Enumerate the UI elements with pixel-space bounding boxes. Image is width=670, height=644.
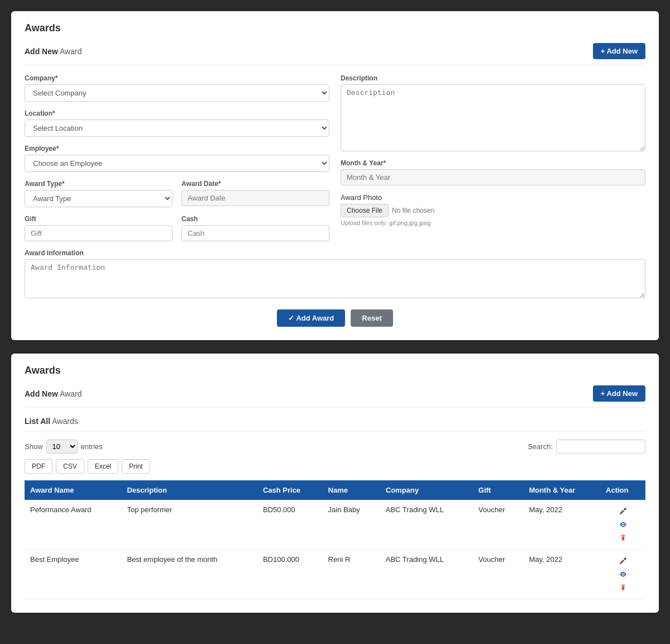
cell-description-0: Top performer (121, 500, 257, 550)
list-section-title: List All Awards (25, 417, 645, 432)
cell-award-name-1: Best Employee (25, 550, 121, 599)
company-select[interactable]: Select Company (25, 84, 329, 102)
table-head: Award Name Description Cash Price Name C… (25, 480, 645, 500)
col-name: Name (323, 480, 380, 500)
top-panel-title: Awards (25, 22, 645, 34)
file-name-text: No file chosen (392, 207, 434, 214)
location-label: Location* (25, 109, 329, 117)
employee-group: Employee* Choose an Employee (25, 145, 329, 172)
description-label: Description (341, 74, 645, 82)
award-date-input[interactable] (181, 190, 329, 206)
export-buttons: PDF CSV Excel Print (25, 459, 645, 474)
award-info-label: Award Information (25, 249, 645, 257)
cell-cash-price-1: BD100.000 (257, 550, 323, 599)
cell-name-1: Reni R (323, 550, 380, 599)
award-info-group: Award Information (25, 249, 645, 298)
delete-button-0[interactable] (618, 532, 629, 543)
bottom-add-new-button[interactable]: + Add New (593, 385, 645, 402)
cell-gift-1: Voucher (473, 550, 524, 599)
table-body: Peformance Award Top performer BD50.000 … (25, 500, 645, 599)
awards-table: Award Name Description Cash Price Name C… (25, 480, 645, 599)
bottom-panel: Awards Add New Award + Add New List All … (11, 354, 659, 613)
employee-select[interactable]: Choose an Employee (25, 155, 329, 172)
cell-gift-0: Voucher (473, 500, 524, 550)
gift-label: Gift (25, 215, 173, 223)
cell-action-0 (600, 500, 645, 550)
gift-input[interactable] (25, 225, 173, 241)
form-main-grid: Company* Select Company Location* Select… (25, 74, 645, 298)
col-description: Description (121, 480, 257, 500)
cash-input[interactable] (181, 225, 329, 241)
award-date-group: Award Date* (181, 180, 329, 207)
pdf-button[interactable]: PDF (25, 459, 52, 474)
company-label: Company* (25, 74, 329, 82)
print-button[interactable]: Print (122, 459, 150, 474)
cell-award-name-0: Peformance Award (25, 500, 121, 550)
view-button-0[interactable] (618, 519, 629, 530)
cell-description-1: Best employee of the month (121, 550, 257, 599)
top-add-new-button[interactable]: + Add New (593, 43, 645, 59)
cell-name-0: Jain Baby (323, 500, 380, 550)
location-group: Location* Select Location (25, 109, 329, 137)
month-year-group: Month & Year* (341, 159, 645, 185)
gift-cash-grid: Gift Cash (25, 215, 329, 241)
top-panel: Awards Add New Award + Add New Company* … (11, 11, 659, 340)
col-award-name: Award Name (25, 480, 121, 500)
add-award-button[interactable]: ✓ Add Award (277, 309, 345, 327)
award-type-date-grid: Award Type* Award Type Award Date* (25, 180, 329, 207)
action-icons-0 (606, 505, 640, 543)
bottom-panel-title: Awards (25, 365, 645, 376)
bottom-section-header-title: Add New Award (25, 389, 82, 398)
show-label: Show (25, 442, 43, 451)
upload-hint: Upload files only: gif,png,jpg,jpeg (341, 220, 645, 226)
award-date-label: Award Date* (181, 180, 329, 188)
cash-group: Cash (181, 215, 329, 241)
award-type-select[interactable]: Award Type (25, 190, 173, 207)
top-section-header: Add New Award + Add New (25, 43, 645, 65)
list-section: List All Awards Show 10 25 50 100 entrie… (25, 417, 645, 599)
bottom-section-header: Add New Award + Add New (25, 385, 645, 408)
action-icons-1 (606, 555, 640, 593)
file-upload-row: Choose File No file chosen (341, 204, 645, 217)
reset-button[interactable]: Reset (351, 309, 393, 327)
col-month-year: Month & Year (523, 480, 600, 500)
cash-label: Cash (181, 215, 329, 223)
cell-month-year-1: May, 2022 (523, 550, 600, 599)
cell-company-1: ABC Trading WLL (380, 550, 473, 599)
form-actions: ✓ Add Award Reset (25, 309, 645, 327)
csv-button[interactable]: CSV (56, 459, 84, 474)
cell-cash-price-0: BD50.000 (257, 500, 323, 550)
cell-company-0: ABC Trading WLL (380, 500, 473, 550)
col-cash-price: Cash Price (257, 480, 323, 500)
company-group: Company* Select Company (25, 74, 329, 102)
description-group: Description (341, 74, 645, 151)
table-row: Peformance Award Top performer BD50.000 … (25, 500, 645, 550)
cell-action-1 (600, 550, 645, 599)
cell-month-year-0: May, 2022 (523, 500, 600, 550)
col-company: Company (380, 480, 473, 500)
col-gift: Gift (473, 480, 524, 500)
award-photo-group: Award Photo Choose File No file chosen U… (341, 193, 645, 226)
search-input[interactable] (556, 440, 645, 454)
table-header-row: Award Name Description Cash Price Name C… (25, 480, 645, 500)
choose-file-button[interactable]: Choose File (341, 204, 389, 217)
view-button-1[interactable] (618, 569, 629, 580)
award-info-textarea[interactable] (25, 259, 645, 298)
location-select[interactable]: Select Location (25, 120, 329, 137)
entries-label: entries (81, 442, 103, 451)
gift-group: Gift (25, 215, 173, 241)
top-section-header-title: Add New Award (25, 47, 82, 56)
award-type-group: Award Type* Award Type (25, 180, 173, 207)
show-entries: Show 10 25 50 100 entries (25, 440, 103, 454)
delete-button-1[interactable] (618, 582, 629, 593)
employee-label: Employee* (25, 145, 329, 152)
entries-select[interactable]: 10 25 50 100 (46, 440, 78, 454)
table-controls: Show 10 25 50 100 entries Search: (25, 440, 645, 454)
excel-button[interactable]: Excel (88, 459, 118, 474)
month-year-input[interactable] (341, 169, 645, 185)
edit-button-1[interactable] (618, 555, 629, 566)
edit-button-0[interactable] (618, 505, 629, 517)
description-textarea[interactable] (341, 84, 645, 151)
col-action: Action (600, 480, 645, 500)
award-photo-label: Award Photo (341, 193, 645, 202)
